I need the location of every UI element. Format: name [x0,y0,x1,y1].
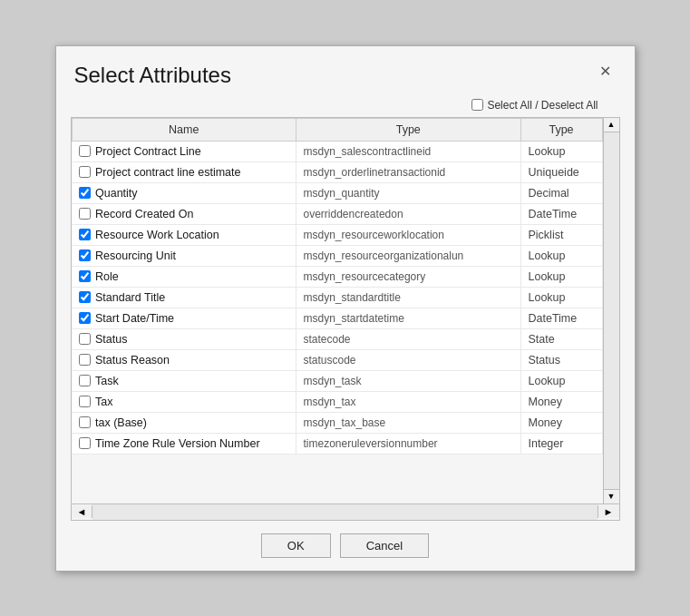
row-checkbox[interactable] [79,187,91,199]
close-button[interactable]: ✕ [594,63,617,81]
row-name-text: Standard Title [95,291,165,304]
select-all-checkbox[interactable] [471,99,483,111]
row-type-field: msdyn_orderlinetransactionid [296,161,521,182]
row-name-text: Quantity [95,187,138,200]
row-name-cell: Project Contract Line [72,142,296,161]
row-type: Integer [520,433,602,454]
table-row: tax (Base)msdyn_tax_baseMoney [72,412,602,433]
scroll-left-button[interactable]: ◄ [72,505,93,518]
row-type-field: statecode [296,328,521,349]
row-type: Uniqueide [520,161,602,182]
row-type: DateTime [520,308,602,328]
row-checkbox[interactable] [79,166,91,178]
row-name-cell: Status Reason [72,350,296,370]
table-row: Resource Work Locationmsdyn_resourcework… [72,224,602,245]
row-name-cell: Task [72,371,296,391]
row-name-text: Record Created On [95,208,193,220]
col-header-type: Type [520,118,602,141]
row-type: Lookup [520,245,602,266]
row-type-field: msdyn_quantity [296,182,521,203]
row-checkbox[interactable] [79,270,91,282]
table-row: Time Zone Rule Version Numbertimezonerul… [72,433,602,454]
row-name-cell: tax (Base) [72,413,296,433]
row-type-field: timezoneruleversionnumber [296,433,521,454]
row-name-text: tax (Base) [95,416,147,429]
table-row: Taskmsdyn_taskLookup [72,370,602,391]
horizontal-scrollbar: ◄ ► [72,504,619,520]
cancel-button[interactable]: Cancel [340,533,429,558]
row-type-field: msdyn_startdatetime [296,308,521,328]
row-name-cell: Role [72,267,296,287]
row-type-field: statuscode [296,349,521,370]
row-type-field: overriddencreatedon [296,203,521,224]
row-type: Money [520,412,602,433]
row-checkbox[interactable] [79,437,91,449]
vertical-scrollbar[interactable]: ▲ ▼ [603,118,619,504]
table-row: Status ReasonstatuscodeStatus [72,349,602,370]
row-checkbox[interactable] [79,375,91,386]
attributes-table: Name Type Type Project Contract Linemsdy… [72,118,603,455]
row-type-field: msdyn_resourceorganizationalun [296,245,521,266]
scroll-down-button[interactable]: ▼ [604,489,619,504]
select-attributes-dialog: Select Attributes ✕ Select All / Deselec… [55,45,636,572]
row-type: Status [520,349,602,370]
row-type: Lookup [520,287,602,308]
dialog-title: Select Attributes [74,63,231,88]
row-type-field: msdyn_salescontractlineid [296,141,521,161]
row-checkbox[interactable] [79,291,91,303]
row-type: Lookup [520,370,602,391]
row-name-text: Project contract line estimate [95,166,241,179]
scroll-right-button[interactable]: ► [598,505,619,518]
row-name-cell: Resource Work Location [72,225,296,245]
col-header-name: Name [72,118,296,141]
row-type: Lookup [520,266,602,287]
row-checkbox[interactable] [79,208,91,220]
row-name-text: Status [95,333,127,346]
select-all-label[interactable]: Select All / Deselect All [471,99,598,112]
col-header-type-field: Type [296,118,521,141]
row-checkbox[interactable] [79,145,91,157]
attributes-table-wrapper: Name Type Type Project Contract Linemsdy… [71,117,620,521]
row-name-text: Task [95,375,119,387]
row-checkbox[interactable] [79,312,91,324]
row-name-cell: Quantity [72,183,296,203]
row-type-field: msdyn_tax [296,391,521,412]
row-checkbox[interactable] [79,333,91,345]
row-name-text: Project Contract Line [95,145,201,158]
ok-button[interactable]: OK [261,533,331,558]
table-row: Record Created OnoverriddencreatedonDate… [72,203,602,224]
row-name-cell: Project contract line estimate [72,162,296,182]
row-name-cell: Time Zone Rule Version Number [72,434,296,454]
row-name-text: Tax [95,396,112,408]
horiz-scrollbar-track [92,504,597,520]
row-checkbox[interactable] [79,416,91,428]
row-type: Lookup [520,141,602,161]
row-name-text: Role [95,270,119,283]
table-row: Resourcing Unitmsdyn_resourceorganizatio… [72,245,602,266]
row-checkbox[interactable] [79,229,91,240]
row-name-cell: Resourcing Unit [72,246,296,266]
row-checkbox[interactable] [79,354,91,366]
select-all-row: Select All / Deselect All [56,95,635,117]
row-type-field: msdyn_standardtitle [296,287,521,308]
table-header-row: Name Type Type [72,118,602,141]
row-checkbox[interactable] [79,396,91,407]
row-type-field: msdyn_task [296,370,521,391]
table-body: Project Contract Linemsdyn_salescontract… [72,141,602,454]
table-row: Project Contract Linemsdyn_salescontract… [72,141,602,161]
table-scroll-area[interactable]: Name Type Type Project Contract Linemsdy… [72,118,603,504]
table-row: Taxmsdyn_taxMoney [72,391,602,412]
scroll-up-button[interactable]: ▲ [604,118,619,132]
table-row: StatusstatecodeState [72,328,602,349]
row-name-text: Status Reason [95,354,170,367]
row-type-field: msdyn_resourceworklocation [296,224,521,245]
table-row: Start Date/Timemsdyn_startdatetimeDateTi… [72,308,602,328]
row-name-cell: Start Date/Time [72,308,296,328]
table-container: Name Type Type Project Contract Linemsdy… [72,118,619,504]
row-type: DateTime [520,203,602,224]
row-type: State [520,328,602,349]
row-type: Picklist [520,224,602,245]
row-type-field: msdyn_resourcecategory [296,266,521,287]
row-checkbox[interactable] [79,249,91,261]
row-type: Decimal [520,182,602,203]
